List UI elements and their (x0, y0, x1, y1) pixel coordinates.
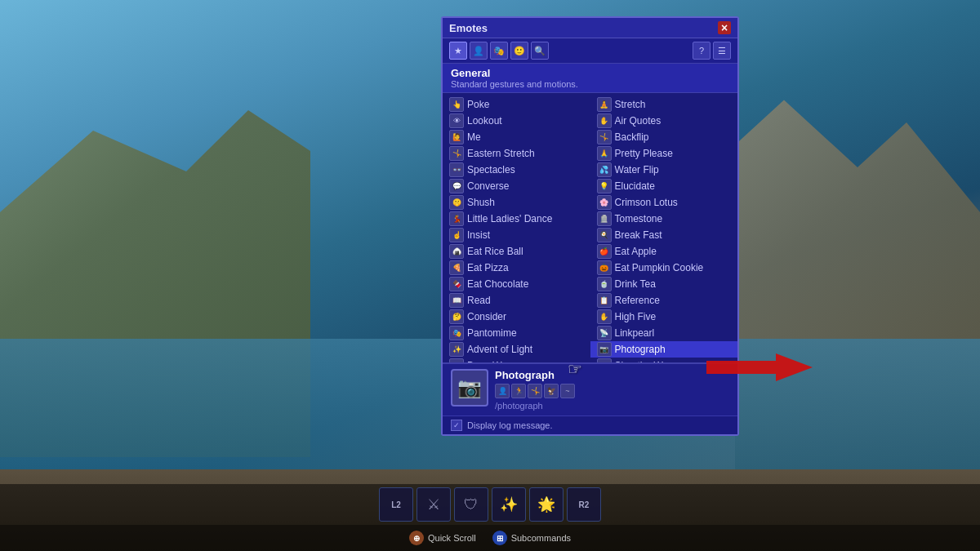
emote-label-high-five: High Five (615, 311, 657, 322)
list-item[interactable]: 🎃 Eat Pumpkin Cookie (590, 260, 738, 276)
emote-icon-eastern-stretch: 🤸 (449, 146, 464, 161)
list-item[interactable]: ✋ Air Quotes (590, 113, 738, 129)
list-item[interactable]: ☝ Insist (443, 227, 590, 243)
emote-label-eastern-stretch: Eastern Stretch (467, 148, 535, 159)
emote-label-backflip: Backflip (615, 131, 649, 143)
detail-icons-row: 👤 🏃 🤸 🦅 ~ (495, 384, 729, 398)
list-item[interactable]: 🤫 Shush (443, 194, 590, 211)
emote-label-air-quotes: Air Quotes (615, 115, 662, 127)
list-item[interactable]: 📖 Read (443, 292, 590, 309)
list-item[interactable]: 🍫 Eat Chocolate (443, 276, 590, 292)
detail-sub-icon-4: 🦅 (544, 384, 559, 398)
emote-column-right: 🧘 Stretch ✋ Air Quotes 🤸 Backflip 🙏 Pret… (590, 96, 738, 362)
hud-quick-scroll[interactable]: ⊕ Quick Scroll (409, 531, 476, 545)
emote-column-left: 👆 Poke 👁 Lookout 🙋 Me 🤸 Eastern Stretch … (443, 96, 590, 362)
red-arrow (706, 351, 813, 387)
toolbar-smile-icon[interactable]: 🙂 (510, 42, 528, 60)
toolbar-help-icon[interactable]: ? (693, 42, 710, 60)
subcommands-label: Subcommands (511, 533, 571, 543)
list-item[interactable]: 🤸 Backflip (590, 129, 738, 145)
action-bar: L2 ⚔ 🛡 ✨ 🌟 R2 (0, 484, 980, 525)
list-item[interactable]: 📋 Reference (590, 292, 738, 309)
toolbar-star-icon[interactable]: ★ (449, 42, 467, 60)
list-item[interactable]: 🎭 Pantomime (443, 325, 590, 341)
emote-icon-air-quotes: ✋ (597, 113, 612, 128)
emote-label-eat-apple: Eat Apple (615, 246, 657, 257)
list-item[interactable]: 🍙 Eat Rice Ball (443, 243, 590, 260)
emote-icon-eat-apple: 🍎 (597, 244, 612, 259)
emote-label-me: Me (467, 131, 481, 143)
action-slot-4[interactable]: 🌟 (529, 487, 564, 522)
toolbar-menu-icon[interactable]: ☰ (713, 42, 731, 60)
emote-icon-draw-weapon: ⚔ (449, 358, 464, 362)
action-slot-l2[interactable]: L2 (379, 487, 413, 522)
emote-label-pretty-please: Pretty Please (615, 148, 673, 159)
toolbar-ghost-icon[interactable]: 🎭 (490, 42, 508, 60)
category-desc: Standard gestures and motions. (451, 79, 729, 89)
emote-label-tomestone: Tomestone (615, 213, 663, 224)
emote-icon-eat-pumpkin-cookie: 🎃 (597, 260, 612, 275)
detail-sub-icon-5: ~ (560, 384, 575, 398)
category-title: General (451, 67, 729, 79)
emote-icon-crimson-lotus: 🌸 (597, 195, 612, 210)
emote-icon-pantomime: 🎭 (449, 326, 464, 340)
action-slot-r2[interactable]: R2 (567, 487, 601, 522)
emote-icon-eat-pizza: 🍕 (449, 260, 464, 275)
list-item[interactable]: 🙋 Me (443, 129, 590, 145)
emote-list[interactable]: 👆 Poke 👁 Lookout 🙋 Me 🤸 Eastern Stretch … (443, 93, 737, 362)
list-item[interactable]: 👁 Lookout (443, 113, 590, 129)
list-item[interactable]: 💦 Water Flip (590, 162, 738, 178)
emote-label-spectacles: Spectacles (467, 164, 515, 176)
action-slot-1[interactable]: ⚔ (416, 487, 451, 522)
close-button[interactable]: × (718, 21, 731, 34)
emote-label-drink-tea: Drink Tea (615, 278, 656, 290)
emote-icon-little-ladies-dance: 💃 (449, 211, 464, 226)
list-item[interactable]: 🙏 Pretty Please (590, 145, 738, 162)
list-item[interactable]: 💡 Elucidate (590, 178, 738, 194)
display-log-checkbox[interactable]: ✓ (451, 420, 462, 431)
emote-label-draw-weapon: Draw Weapon (467, 360, 529, 362)
emote-icon-break-fast: 🍳 (597, 228, 612, 242)
action-slot-3[interactable]: ✨ (492, 487, 526, 522)
emote-label-reference: Reference (615, 295, 660, 306)
list-item[interactable]: 🧘 Stretch (590, 96, 738, 113)
list-item[interactable]: 🪦 Tomestone (590, 211, 738, 227)
toolbar-search-icon[interactable]: 🔍 (531, 42, 549, 60)
list-item[interactable]: 🍵 Drink Tea (590, 276, 738, 292)
emote-icon-insist: ☝ (449, 228, 464, 242)
hud-subcommands[interactable]: ⊞ Subcommands (492, 531, 571, 545)
emote-label-eat-chocolate: Eat Chocolate (467, 278, 528, 290)
toolbar-left: ★ 👤 🎭 🙂 🔍 (449, 42, 549, 60)
emote-label-eat-rice-ball: Eat Rice Ball (467, 246, 523, 257)
list-item[interactable]: 💃 Little Ladies' Dance (443, 211, 590, 227)
emote-label-shush: Shush (467, 197, 495, 208)
list-item[interactable]: 🤸 Eastern Stretch (443, 145, 590, 162)
action-slot-2[interactable]: 🛡 (454, 487, 488, 522)
list-item[interactable]: 👆 Poke (443, 96, 590, 113)
emote-icon-high-five: ✋ (597, 309, 612, 324)
list-item[interactable]: 🌸 Crimson Lotus (590, 194, 738, 211)
list-item[interactable]: 👓 Spectacles (443, 162, 590, 178)
list-item[interactable]: ✋ High Five (590, 309, 738, 325)
dialog-toolbar: ★ 👤 🎭 🙂 🔍 ? ☰ (443, 38, 737, 64)
list-item[interactable]: 🍳 Break Fast (590, 227, 738, 243)
toolbar-person-icon[interactable]: 👤 (470, 42, 488, 60)
emote-icon-photograph: 📷 (597, 342, 612, 357)
list-item[interactable]: 🍎 Eat Apple (590, 243, 738, 260)
list-item[interactable]: ✨ Advent of Light (443, 341, 590, 358)
emote-icon-pretty-please: 🙏 (597, 146, 612, 161)
bottom-hud: ⊕ Quick Scroll ⊞ Subcommands (0, 525, 980, 551)
list-item[interactable]: 💬 Converse (443, 178, 590, 194)
emote-icon-eat-chocolate: 🍫 (449, 277, 464, 291)
emote-label-photograph: Photograph (615, 344, 666, 355)
emote-icon-tomestone: 🪦 (597, 211, 612, 226)
emote-icon-backflip: 🤸 (597, 130, 612, 144)
detail-icon: 📷 (451, 369, 488, 407)
list-item[interactable]: 📡 Linkpearl (590, 325, 738, 341)
emote-label-stretch: Stretch (615, 99, 646, 110)
list-item[interactable]: 🤔 Consider (443, 309, 590, 325)
detail-info: Photograph 👤 🏃 🤸 🦅 ~ /photograph (495, 369, 729, 411)
emote-icon-spectacles: 👓 (449, 162, 464, 177)
emote-label-poke: Poke (467, 99, 489, 110)
list-item[interactable]: 🍕 Eat Pizza (443, 260, 590, 276)
